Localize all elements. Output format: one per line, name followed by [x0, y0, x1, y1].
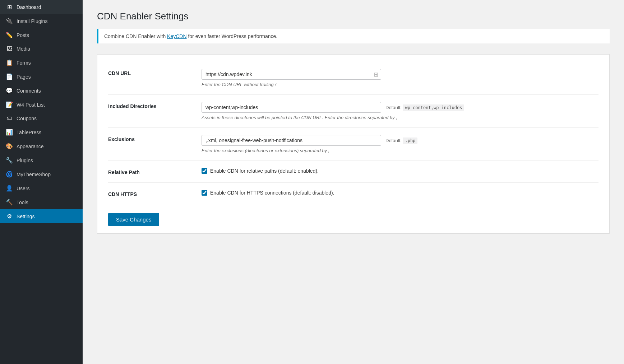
sidebar-item-label: Posts	[17, 32, 29, 38]
users-icon: 👤	[6, 185, 13, 192]
settings-icon: ⚙	[6, 213, 13, 220]
sidebar-item-tools[interactable]: 🔨 Tools	[0, 195, 83, 209]
sidebar-item-label: MyThemeShop	[17, 172, 51, 177]
cdn-https-checkbox[interactable]	[202, 190, 207, 196]
cdn-url-label: CDN URL	[108, 69, 202, 87]
cdn-https-row: CDN HTTPS Enable CDN for HTTPS connectio…	[108, 183, 598, 204]
exclusions-default-value: .php	[403, 137, 417, 144]
exclusions-row: Exclusions Default: .php Enter the exclu…	[108, 128, 598, 161]
relative-path-row: Relative Path Enable CDN for relative pa…	[108, 161, 598, 183]
exclusions-input-row: Default: .php	[202, 135, 598, 146]
sidebar-item-media[interactable]: 🖼 Media	[0, 42, 83, 56]
sidebar-item-coupons[interactable]: 🏷 Coupons	[0, 112, 83, 125]
tools-icon: 🔨	[6, 199, 13, 206]
sidebar-item-settings[interactable]: ⚙ Settings	[0, 209, 83, 223]
sidebar-item-w4-post-list[interactable]: 📝 W4 Post List	[0, 98, 83, 112]
sidebar-item-install-plugins[interactable]: 🔌 Install Plugins	[0, 14, 83, 28]
notice-info: Combine CDN Enabler with KeyCDN for even…	[97, 29, 610, 43]
exclusions-default: Default: .php	[385, 138, 417, 143]
sidebar-item-users[interactable]: 👤 Users	[0, 181, 83, 195]
sidebar-item-label: W4 Post List	[17, 102, 45, 108]
w4-icon: 📝	[6, 101, 13, 108]
copy-icon[interactable]: ⊞	[374, 71, 378, 78]
sidebar-item-mythemeshop[interactable]: 🌀 MyThemeShop	[0, 167, 83, 181]
cdn-url-wrapper: ⊞	[202, 69, 381, 80]
sidebar-item-plugins[interactable]: 🔧 Plugins	[0, 153, 83, 167]
media-icon: 🖼	[6, 46, 13, 52]
tablepress-icon: 📊	[6, 129, 13, 136]
included-dirs-default-value: wp-content,wp-includes	[403, 104, 464, 111]
sidebar-item-label: Users	[17, 186, 30, 191]
included-dirs-help: Assets in these directories will be poin…	[202, 115, 598, 120]
notice-text-after: for even faster WordPress performance.	[187, 33, 278, 39]
cdn-https-control: Enable CDN for HTTPS connections (defaul…	[202, 190, 598, 197]
sidebar-item-label: Settings	[17, 214, 35, 219]
coupons-icon: 🏷	[6, 115, 13, 122]
plugin-icon: 🔌	[6, 18, 13, 24]
included-dirs-input-row: Default: wp-content,wp-includes	[202, 102, 598, 113]
sidebar-item-label: Comments	[17, 88, 41, 94]
dashboard-icon: ⊞	[6, 4, 13, 10]
exclusions-input[interactable]	[202, 135, 381, 146]
sidebar-item-label: Plugins	[17, 158, 33, 163]
sidebar-item-tablepress[interactable]: 📊 TablePress	[0, 125, 83, 139]
pages-icon: 📄	[6, 73, 13, 80]
cdn-url-input[interactable]	[202, 69, 381, 80]
sidebar-item-posts[interactable]: ✏️ Posts	[0, 28, 83, 42]
sidebar-item-forms[interactable]: 📋 Forms	[0, 56, 83, 70]
save-button[interactable]: Save Changes	[108, 213, 159, 226]
page-title: CDN Enabler Settings	[97, 11, 610, 22]
sidebar-item-label: Dashboard	[17, 4, 41, 10]
included-dirs-default: Default: wp-content,wp-includes	[385, 105, 464, 110]
sidebar-item-label: Coupons	[17, 116, 37, 121]
relative-path-checkbox[interactable]	[202, 168, 207, 174]
exclusions-help: Enter the exclusions (directories or ext…	[202, 148, 598, 153]
mythemeshop-icon: 🌀	[6, 171, 13, 178]
cdn-https-label: CDN HTTPS	[108, 190, 202, 197]
relative-path-control: Enable CDN for relative paths (default: …	[202, 168, 598, 175]
sidebar-item-label: Appearance	[17, 144, 44, 149]
notice-text-before: Combine CDN Enabler with	[104, 33, 167, 39]
included-dirs-control: Default: wp-content,wp-includes Assets i…	[202, 102, 598, 120]
cdn-https-checkbox-row: Enable CDN for HTTPS connections (defaul…	[202, 190, 598, 196]
relative-path-label: Relative Path	[108, 168, 202, 175]
appearance-icon: 🎨	[6, 143, 13, 150]
relative-path-checkbox-row: Enable CDN for relative paths (default: …	[202, 168, 598, 174]
included-dirs-input[interactable]	[202, 102, 381, 113]
sidebar-item-pages[interactable]: 📄 Pages	[0, 70, 83, 84]
keycdn-link[interactable]: KeyCDN	[167, 33, 186, 39]
save-row: Save Changes	[108, 204, 598, 226]
sidebar-item-label: Forms	[17, 60, 31, 66]
sidebar-item-label: Tools	[17, 200, 28, 205]
comments-icon: 💬	[6, 87, 13, 94]
settings-form: CDN URL ⊞ Enter the CDN URL without trai…	[97, 54, 610, 234]
sidebar-item-label: TablePress	[17, 130, 41, 135]
sidebar: ⊞ Dashboard 🔌 Install Plugins ✏️ Posts 🖼…	[0, 0, 83, 364]
sidebar-item-appearance[interactable]: 🎨 Appearance	[0, 139, 83, 153]
included-dirs-row: Included Directories Default: wp-content…	[108, 95, 598, 128]
cdn-url-help: Enter the CDN URL without trailing /	[202, 82, 598, 87]
exclusions-control: Default: .php Enter the exclusions (dire…	[202, 135, 598, 153]
included-dirs-label: Included Directories	[108, 102, 202, 120]
plugins-icon: 🔧	[6, 157, 13, 164]
relative-path-checkbox-label: Enable CDN for relative paths (default: …	[210, 168, 319, 174]
sidebar-item-label: Media	[17, 46, 30, 52]
cdn-https-checkbox-label: Enable CDN for HTTPS connections (defaul…	[210, 190, 334, 196]
exclusions-label: Exclusions	[108, 135, 202, 153]
cdn-url-control: ⊞ Enter the CDN URL without trailing /	[202, 69, 598, 87]
main-content: CDN Enabler Settings Combine CDN Enabler…	[83, 0, 624, 364]
sidebar-item-label: Install Plugins	[17, 18, 47, 24]
cdn-url-row: CDN URL ⊞ Enter the CDN URL without trai…	[108, 62, 598, 95]
sidebar-item-label: Pages	[17, 74, 31, 80]
sidebar-item-comments[interactable]: 💬 Comments	[0, 84, 83, 98]
forms-icon: 📋	[6, 59, 13, 66]
posts-icon: ✏️	[6, 32, 13, 38]
sidebar-item-dashboard[interactable]: ⊞ Dashboard	[0, 0, 83, 14]
